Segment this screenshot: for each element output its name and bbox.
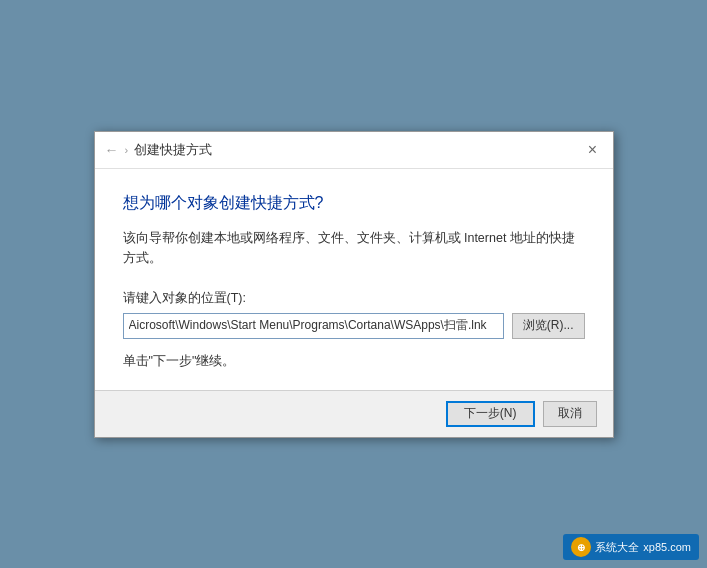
next-button[interactable]: 下一步(N) — [446, 401, 535, 427]
path-field-label: 请键入对象的位置(T): — [123, 290, 585, 307]
close-button[interactable]: × — [583, 140, 603, 160]
create-shortcut-dialog: ← › 创建快捷方式 × 想为哪个对象创建快捷方式? 该向导帮你创建本地或网络程… — [94, 131, 614, 438]
dialog-heading: 想为哪个对象创建快捷方式? — [123, 193, 585, 214]
dialog-content: 想为哪个对象创建快捷方式? 该向导帮你创建本地或网络程序、文件、文件夹、计算机或… — [95, 169, 613, 390]
path-field-section: 请键入对象的位置(T): 浏览(R)... — [123, 290, 585, 339]
title-bar: ← › 创建快捷方式 × — [95, 132, 613, 169]
watermark: ⊕ 系统大全 xp85.com — [563, 534, 699, 560]
path-field-row: 浏览(R)... — [123, 313, 585, 339]
watermark-logo: ⊕ — [571, 537, 591, 557]
path-input[interactable] — [123, 313, 504, 339]
back-button[interactable]: ← — [105, 142, 119, 158]
dialog-description: 该向导帮你创建本地或网络程序、文件、文件夹、计算机或 Internet 地址的快… — [123, 228, 585, 268]
dialog-footer: 下一步(N) 取消 — [95, 390, 613, 437]
hint-text: 单击"下一步"继续。 — [123, 353, 585, 370]
watermark-text: 系统大全 — [595, 540, 639, 555]
browse-button[interactable]: 浏览(R)... — [512, 313, 585, 339]
desktop-background: ← › 创建快捷方式 × 想为哪个对象创建快捷方式? 该向导帮你创建本地或网络程… — [0, 0, 707, 568]
dialog-title: 创建快捷方式 — [134, 141, 212, 159]
cancel-button[interactable]: 取消 — [543, 401, 597, 427]
watermark-site: xp85.com — [643, 541, 691, 553]
title-bar-left: ← › 创建快捷方式 — [105, 141, 577, 159]
breadcrumb-separator: › — [125, 144, 129, 156]
